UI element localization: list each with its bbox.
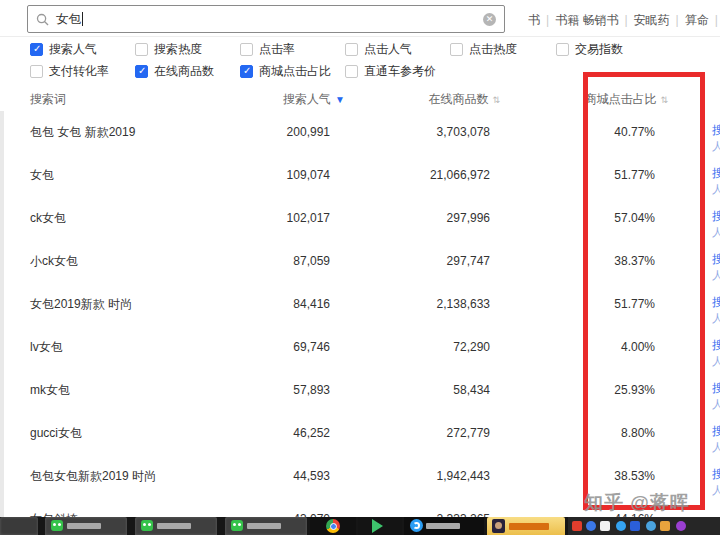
- cell-search-volume: 200,991: [200, 125, 330, 139]
- column-header-mall-click-ratio[interactable]: 商城点击占比⇅: [530, 89, 668, 110]
- column-header-product-count[interactable]: 在线商品数⇅: [360, 89, 500, 110]
- tray-icon-app[interactable]: [676, 521, 686, 531]
- cell-mall-click-ratio: 38.37%: [530, 254, 655, 268]
- filter-click-heat[interactable]: 点击热度: [450, 41, 517, 58]
- tray-icon-app[interactable]: [646, 521, 656, 531]
- sort-icon[interactable]: ⇅: [660, 95, 668, 105]
- action-link-clipped[interactable]: 搜: [712, 380, 720, 397]
- filter-mall-click-ratio[interactable]: 商城点击占比: [240, 63, 331, 80]
- tray-icon-browser[interactable]: [586, 521, 596, 531]
- cell-mall-click-ratio: 8.80%: [530, 426, 655, 440]
- table-row: 女包2019新款 时尚 84,416 2,138,633 51.77%: [20, 282, 720, 326]
- cell-term: 小ck女包: [30, 252, 78, 269]
- cell-search-volume: 87,059: [200, 254, 330, 268]
- cell-term: 包包女包新款2019 时尚: [30, 467, 156, 484]
- taskbar-item-window[interactable]: [0, 517, 38, 535]
- filter-online-products[interactable]: 在线商品数: [135, 63, 214, 80]
- action-link-clipped[interactable]: 人: [712, 483, 720, 498]
- cell-mall-click-ratio: 4.00%: [530, 340, 655, 354]
- separator: |: [540, 13, 555, 27]
- taskbar-item-label: [426, 523, 460, 529]
- clear-search-icon[interactable]: ✕: [483, 13, 496, 26]
- taskbar-item-wechat[interactable]: [135, 517, 217, 535]
- hot-word-link[interactable]: 书籍 畅销书: [555, 13, 618, 27]
- action-link-clipped[interactable]: 搜: [712, 337, 720, 354]
- tray-icon-app[interactable]: [660, 521, 670, 531]
- checkbox-checked-icon: [240, 65, 253, 78]
- action-link-clipped[interactable]: 人: [712, 397, 720, 412]
- cell-product-count: 1,942,443: [360, 469, 490, 483]
- taskbar-item-image-viewer[interactable]: [225, 517, 307, 535]
- filter-label: 点击率: [259, 41, 295, 58]
- taskbar-item-video-player[interactable]: [358, 517, 402, 535]
- filter-click-rate[interactable]: 点击率: [240, 41, 295, 58]
- tray-icon-sogou[interactable]: [572, 521, 582, 531]
- hot-word-link[interactable]: 安眠药: [634, 13, 670, 27]
- taskbar-item-business-app[interactable]: [404, 517, 484, 535]
- action-link-clipped[interactable]: 搜: [712, 165, 720, 182]
- cell-term: lv女包: [30, 338, 63, 355]
- chrome-icon: [326, 519, 340, 533]
- tray-icon-app[interactable]: [600, 521, 610, 531]
- cell-mall-click-ratio: 57.04%: [530, 211, 655, 225]
- action-link-clipped[interactable]: 搜: [712, 423, 720, 440]
- action-link-clipped[interactable]: 搜: [712, 251, 720, 268]
- filter-label: 交易指数: [575, 41, 623, 58]
- tray-icon-app[interactable]: [616, 521, 626, 531]
- action-link-clipped[interactable]: 人: [712, 182, 720, 197]
- cell-search-volume: 44,593: [200, 469, 330, 483]
- action-link-clipped[interactable]: 人: [712, 311, 720, 326]
- taskbar: [0, 517, 720, 535]
- text-cursor: [82, 12, 83, 26]
- tray-icon-app[interactable]: [630, 521, 640, 531]
- system-tray: [568, 517, 720, 535]
- hot-word-link[interactable]: 书: [528, 13, 540, 27]
- column-header-search-popularity[interactable]: 搜索人气▼: [200, 89, 345, 110]
- filter-trade-index[interactable]: 交易指数: [556, 41, 623, 58]
- search-value: 女包: [56, 11, 81, 28]
- action-link-clipped[interactable]: 搜: [712, 294, 720, 311]
- cell-search-volume: 69,746: [200, 340, 330, 354]
- search-input[interactable]: 女包 ✕: [27, 5, 505, 33]
- action-link-clipped[interactable]: 人: [712, 440, 720, 455]
- filter-label: 搜索人气: [49, 41, 97, 58]
- action-link-clipped[interactable]: 搜: [712, 122, 720, 139]
- filter-click-popularity[interactable]: 点击人气: [345, 41, 412, 58]
- table-row: lv女包 69,746 72,290 4.00%: [20, 325, 720, 369]
- cell-search-volume: 109,074: [200, 168, 330, 182]
- action-link-clipped[interactable]: 人: [712, 268, 720, 283]
- filter-search-heat[interactable]: 搜索热度: [135, 41, 202, 58]
- taskbar-item-label: [67, 523, 101, 529]
- filter-search-popularity[interactable]: 搜索人气: [30, 41, 97, 58]
- cell-term: 包包 女包 新款2019: [30, 123, 135, 140]
- taskbar-item-label: [509, 523, 549, 530]
- action-link-clipped[interactable]: 人: [712, 354, 720, 369]
- sort-desc-icon[interactable]: ▼: [335, 94, 345, 105]
- hot-word-link[interactable]: 算命: [685, 13, 709, 27]
- taskbar-item-chrome[interactable]: [310, 517, 356, 535]
- taskbar-item-active-window[interactable]: [487, 517, 565, 535]
- filter-ztc-reference-price[interactable]: 直通车参考价: [345, 63, 436, 80]
- cell-search-volume: 102,017: [200, 211, 330, 225]
- wechat-icon: [51, 520, 63, 531]
- taskbar-item-wechat[interactable]: [45, 517, 127, 535]
- sort-icon[interactable]: ⇅: [492, 95, 500, 105]
- cell-product-count: 3,703,078: [360, 125, 490, 139]
- cell-product-count: 58,434: [360, 383, 490, 397]
- checkbox-checked-icon: [30, 43, 43, 56]
- checkbox-icon: [345, 65, 358, 78]
- table-row: ck女包 102,017 297,996 57.04%: [20, 196, 720, 240]
- page-edge: [0, 111, 4, 517]
- filter-pay-conversion[interactable]: 支付转化率: [30, 63, 109, 80]
- cell-search-volume: 57,893: [200, 383, 330, 397]
- cell-term: ck女包: [30, 209, 66, 226]
- checkbox-icon: [345, 43, 358, 56]
- cell-mall-click-ratio: 40.77%: [530, 125, 655, 139]
- action-link-clipped[interactable]: 人: [712, 139, 720, 154]
- page: { "search": { "value": "女包" }, "hot_word…: [0, 0, 720, 535]
- checkbox-icon: [30, 65, 43, 78]
- table-row: mk女包 57,893 58,434 25.93%: [20, 368, 720, 412]
- action-link-clipped[interactable]: 搜: [712, 208, 720, 225]
- action-link-clipped[interactable]: 人: [712, 225, 720, 240]
- action-link-clipped[interactable]: 搜: [712, 466, 720, 483]
